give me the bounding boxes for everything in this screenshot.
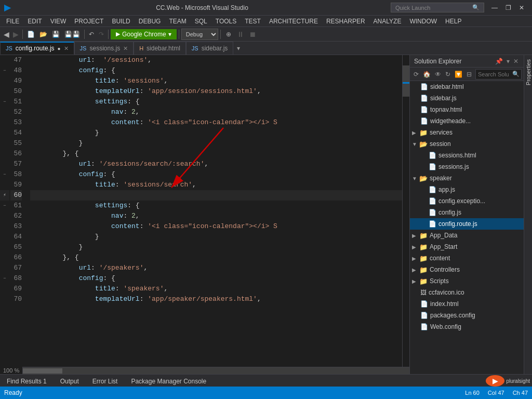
undo-button[interactable]: ↶ xyxy=(87,30,96,39)
editor-scrollbar[interactable] xyxy=(402,55,409,367)
new-file-button[interactable]: 📄 xyxy=(25,30,37,39)
forward-button[interactable]: ▶ xyxy=(11,29,20,39)
package-manager-label: Package Manager Console xyxy=(131,378,206,385)
bottom-tab-output[interactable]: Output xyxy=(54,375,86,387)
tab-close-config-route[interactable]: ✕ xyxy=(64,45,69,52)
open-button[interactable]: 📂 xyxy=(37,30,49,39)
tree-item-sidebar-js[interactable]: 📄 sidebar.js xyxy=(410,92,524,104)
code-content[interactable]: url: '/sessions', config: { title: 'sess… xyxy=(26,55,402,367)
code-line-67: url: '/speakers', xyxy=(30,263,402,273)
tree-item-config-exception[interactable]: 📄 config.exceptio... xyxy=(410,195,524,207)
menu-view[interactable]: VIEW xyxy=(46,17,71,26)
run-button[interactable]: ▶ Google Chrome ▾ xyxy=(111,29,177,39)
tree-item-services[interactable]: ▶ 📁 services xyxy=(410,127,524,138)
code-line-62: nav: 2, xyxy=(30,211,402,221)
folder-icon-app-start: 📁 xyxy=(419,243,428,251)
se-props-button[interactable]: 🏠 xyxy=(421,70,432,79)
se-show-all-button[interactable]: 👁 xyxy=(433,70,443,79)
toolbar-sep-5 xyxy=(220,30,221,39)
menu-window[interactable]: WINDOW xyxy=(405,17,441,26)
tree-item-config-js[interactable]: 📄 config.js xyxy=(410,207,524,218)
save-button[interactable]: 💾 xyxy=(50,30,62,39)
se-dropdown-icon[interactable]: ▾ xyxy=(506,58,511,65)
menu-debug[interactable]: DEBUG xyxy=(135,17,165,26)
h-scrollbar[interactable] xyxy=(0,367,409,374)
quick-launch-box[interactable]: Quick Launch 🔍 xyxy=(391,3,484,12)
scroll-thumb[interactable] xyxy=(403,65,409,97)
save-all-button[interactable]: 💾💾 xyxy=(62,30,82,39)
menu-analyze[interactable]: ANALYZE xyxy=(369,17,406,26)
tree-item-app-start[interactable]: ▶ 📁 App_Start xyxy=(410,241,524,252)
tree-item-content[interactable]: ▶ 📁 content xyxy=(410,252,524,264)
menu-project[interactable]: PROJECT xyxy=(70,17,108,26)
bottom-tab-error-list[interactable]: Error List xyxy=(86,375,125,387)
tab-close-sessions[interactable]: ✕ xyxy=(123,45,128,52)
tree-item-sessions-html[interactable]: 📄 sessions.html xyxy=(410,150,524,161)
tree-item-config-route-js[interactable]: 📄 config.route.js xyxy=(410,218,524,230)
se-title: Solution Explorer xyxy=(414,58,494,65)
close-button[interactable]: ✕ xyxy=(515,3,528,13)
menu-architecture[interactable]: ARCHITECTURE xyxy=(265,17,322,26)
tab-icon-config-route: JS xyxy=(6,45,12,51)
menu-build[interactable]: BUILD xyxy=(108,17,134,26)
se-collapse-button[interactable]: ⊟ xyxy=(465,70,473,79)
menu-edit[interactable]: EDIT xyxy=(23,17,46,26)
tree-item-session[interactable]: ▼ 📂 session xyxy=(410,138,524,150)
tree-label-sidebar-js: sidebar.js xyxy=(430,95,457,102)
session-arrow-icon: ▼ xyxy=(412,141,419,147)
tree-label-config-route: config.route.js xyxy=(438,220,477,228)
tree-item-sidebar-html[interactable]: 📄 sidebar.html xyxy=(410,81,524,92)
properties-label[interactable]: Properties xyxy=(525,55,531,89)
tree-item-scripts[interactable]: ▶ 📁 Scripts xyxy=(410,275,524,287)
menu-help[interactable]: HELP xyxy=(441,17,466,26)
se-pin-icon[interactable]: 📌 xyxy=(494,58,504,65)
tree-item-speaker[interactable]: ▼ 📂 speaker xyxy=(410,172,524,184)
h-scroll-thumb[interactable] xyxy=(21,368,62,374)
app-data-arrow-icon: ▶ xyxy=(412,233,419,238)
se-tree[interactable]: 📄 sidebar.html 📄 sidebar.js 📄 topnav.htm… xyxy=(410,81,524,374)
menu-resharper[interactable]: RESHARPER xyxy=(322,17,369,26)
tree-item-controllers[interactable]: ▶ 📁 Controllers xyxy=(410,264,524,275)
tab-overflow-btn[interactable]: ▾ xyxy=(233,42,244,55)
minimize-button[interactable]: — xyxy=(488,3,501,13)
code-editor[interactable]: − − − ⚡ − − xyxy=(0,55,409,374)
bottom-tab-find-results[interactable]: Find Results 1 xyxy=(0,375,54,387)
stop-button[interactable]: ⏹ xyxy=(247,29,258,39)
redo-button[interactable]: ↷ xyxy=(97,30,106,39)
pause-button[interactable]: ⏸ xyxy=(235,29,246,39)
menu-file[interactable]: FILE xyxy=(2,17,23,26)
bottom-tab-package-manager[interactable]: Package Manager Console xyxy=(124,375,213,387)
se-search-input[interactable] xyxy=(476,71,511,78)
menu-sql[interactable]: SQL xyxy=(191,17,211,26)
tab-sidebar-js[interactable]: JS sidebar.js xyxy=(186,42,234,55)
tab-sessions-js[interactable]: JS sessions.js ✕ xyxy=(74,42,134,55)
se-filter-button[interactable]: 🔽 xyxy=(453,70,464,79)
tree-item-app-data[interactable]: ▶ 📁 App_Data xyxy=(410,230,524,241)
tree-item-ccfavicon[interactable]: 🖼 ccfavicon.ico xyxy=(410,287,524,298)
code-line-60[interactable]: templateUrl: 'app/session/sessions.html'… xyxy=(30,190,402,201)
menu-test[interactable]: TEST xyxy=(241,17,265,26)
services-arrow-icon: ▶ xyxy=(412,130,419,136)
dropdown-arrow: ▾ xyxy=(168,31,171,38)
se-refresh-button[interactable]: ↻ xyxy=(444,70,452,79)
maximize-button[interactable]: ❐ xyxy=(502,3,514,13)
tab-sidebar-html[interactable]: H sidebar.html xyxy=(134,42,186,55)
tree-item-widgetheader[interactable]: 📄 widgetheade... xyxy=(410,115,524,127)
tree-item-sessions-js[interactable]: 📄 sessions.js xyxy=(410,161,524,172)
tree-item-app-js[interactable]: 📄 app.js xyxy=(410,184,524,195)
back-button[interactable]: ◀ xyxy=(2,29,11,39)
menu-tools[interactable]: TOOLS xyxy=(211,17,241,26)
se-close-icon[interactable]: ✕ xyxy=(512,58,520,65)
tree-item-index-html[interactable]: 📄 index.html xyxy=(410,298,524,310)
tree-item-web-config[interactable]: 📄 Web.config xyxy=(410,321,524,332)
tree-item-topnav-html[interactable]: 📄 topnav.html xyxy=(410,104,524,115)
tree-item-packages-config[interactable]: 📄 packages.config xyxy=(410,310,524,321)
code-area[interactable]: − − − ⚡ − − xyxy=(0,55,409,367)
tab-config-route-js[interactable]: JS config.route.js ● ✕ xyxy=(0,42,74,55)
menu-team[interactable]: TEAM xyxy=(165,17,190,26)
debug-mode-select[interactable]: Debug Release xyxy=(181,29,218,40)
menu-bar: FILE EDIT VIEW PROJECT BUILD DEBUG TEAM … xyxy=(0,16,532,27)
se-sync-button[interactable]: ⟳ xyxy=(412,70,420,79)
attach-button[interactable]: ⊕ xyxy=(223,30,234,39)
se-search-icon[interactable]: 🔍 xyxy=(511,71,521,77)
